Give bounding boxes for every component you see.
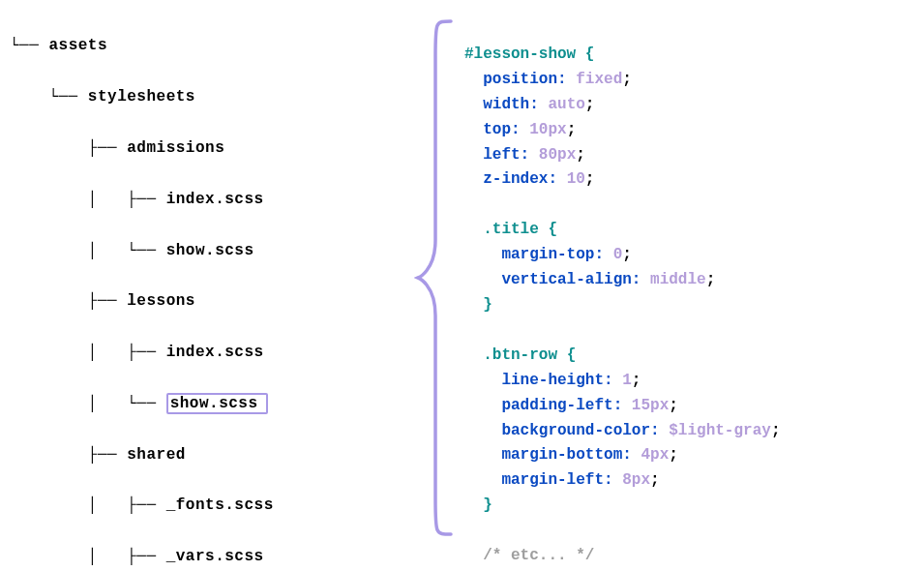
code-line: position: fixed; [464, 71, 632, 88]
code-line: vertical-align: middle; [464, 271, 715, 288]
file-item: _fonts.scss [166, 496, 274, 514]
code-panel: #lesson-show { position: fixed; width: a… [464, 17, 780, 571]
code-line [464, 522, 474, 539]
code-line: .title { [464, 221, 557, 238]
code-line: .btn-row { [464, 346, 576, 364]
code-line: top: 10px; [464, 121, 576, 138]
code-line: margin-top: 0; [464, 246, 632, 263]
folder-lessons: lessons [127, 292, 195, 310]
code-line: margin-bottom: 4px; [464, 446, 678, 464]
code-line: width: auto; [464, 96, 594, 113]
code-line: #lesson-show { [464, 45, 594, 63]
file-item: index.scss [166, 191, 264, 208]
code-line [464, 321, 474, 339]
code-line: } [464, 496, 492, 514]
folder-assets: assets [48, 37, 107, 54]
code-line: padding-left: 15px; [464, 397, 678, 414]
folder-admissions: admissions [127, 139, 224, 157]
code-line: z-index: 10; [464, 170, 594, 188]
code-line: background-color: $light-gray; [464, 422, 780, 439]
curly-brace-icon [414, 17, 459, 538]
folder-stylesheets: stylesheets [88, 88, 195, 105]
code-line [464, 195, 474, 213]
file-item: show.scss [166, 242, 254, 259]
code-line: margin-left: 8px; [464, 471, 660, 489]
folder-shared: shared [127, 446, 186, 464]
code-line: line-height: 1; [464, 372, 641, 389]
code-line: left: 80px; [464, 146, 585, 164]
code-line: } [464, 296, 492, 314]
file-item: _vars.scss [166, 548, 264, 565]
code-line: /* etc... */ [464, 547, 594, 564]
file-item: index.scss [166, 344, 264, 361]
file-item-highlighted: show.scss [166, 393, 268, 414]
